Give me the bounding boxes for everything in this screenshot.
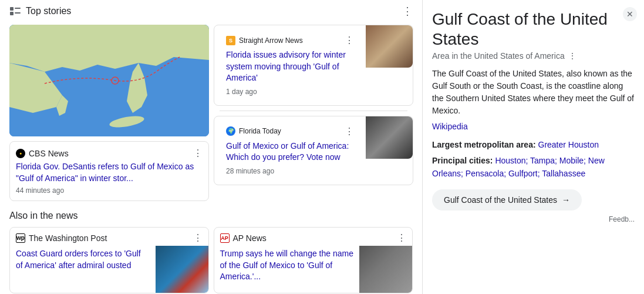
- close-button[interactable]: ✕: [623, 7, 637, 21]
- wikipedia-link[interactable]: Wikipedia: [432, 122, 635, 131]
- story-1-source-name: Straight Arrow News: [239, 36, 303, 45]
- knowledge-description: The Gulf Coast of the United States, als…: [432, 68, 635, 117]
- story-2-source-left: 🌍 Florida Today: [226, 126, 281, 136]
- knowledge-title: Gulf Coast of the United States: [432, 9, 635, 49]
- story-1-source-left: S Straight Arrow News: [226, 36, 303, 45]
- stories-grid: ● CBS News ⋮ Florida Gov. DeSantis refer…: [9, 25, 413, 201]
- principal-cities-fact: Principal cities: Houston; Tampa; Mobile…: [432, 154, 635, 181]
- svg-rect-3: [15, 12, 21, 14]
- story-card-1-text: S Straight Arrow News ⋮ Florida issues a…: [214, 25, 366, 105]
- knowledge-panel-button[interactable]: Gulf Coast of the United States →: [432, 189, 582, 211]
- story-2-time: 28 minutes ago: [220, 167, 360, 180]
- largest-metro-label: Largest metropolitan area:: [432, 140, 536, 149]
- story-card-2-text: 🌍 Florida Today ⋮ Gulf of Mexico or Gulf…: [214, 116, 366, 185]
- left-panel: Top stories ⋮: [0, 0, 423, 294]
- story-2-more-icon[interactable]: ⋮: [345, 126, 354, 137]
- section-title: Top stories: [26, 6, 71, 16]
- knowledge-type: Area in the United States of America ⋮: [432, 51, 635, 61]
- main-story-wrapper: ● CBS News ⋮ Florida Gov. DeSantis refer…: [9, 25, 209, 201]
- main-story-card: ● CBS News ⋮ Florida Gov. DeSantis refer…: [9, 141, 209, 201]
- also-card-2-image: [359, 246, 412, 293]
- also-card-1-image: [156, 246, 208, 293]
- story-card-1: S Straight Arrow News ⋮ Florida issues a…: [214, 25, 413, 106]
- florida-today-icon: 🌍: [226, 126, 235, 136]
- knowledge-type-text: Area in the United States of America: [432, 51, 565, 61]
- also-card-2-more-icon[interactable]: ⋮: [397, 232, 406, 243]
- also-card-2-top: AP AP News ⋮: [214, 228, 413, 246]
- story-1-source-info: S Straight Arrow News ⋮: [220, 30, 360, 48]
- story-2-thumb: [366, 116, 413, 159]
- also-card-2-source-name: AP News: [233, 233, 267, 243]
- feedback-text[interactable]: Feedb...: [432, 215, 635, 223]
- also-card-1-title[interactable]: Coast Guard orders forces to 'Gulf of Am…: [10, 246, 156, 293]
- section-header: Top stories ⋮: [9, 5, 413, 18]
- straight-arrow-icon: S: [226, 36, 235, 45]
- svg-rect-0: [10, 7, 14, 11]
- svg-rect-1: [10, 12, 14, 15]
- also-card-1: wp The Washington Post ⋮ Coast Guard ord…: [9, 227, 209, 293]
- knowledge-type-more[interactable]: ⋮: [568, 51, 576, 61]
- cities-label: Principal cities:: [432, 156, 493, 165]
- also-card-1-source: wp The Washington Post: [16, 233, 107, 243]
- svg-rect-2: [15, 8, 21, 9]
- story-2-source-name: Florida Today: [239, 127, 281, 135]
- also-card-2-thumb: [359, 246, 412, 293]
- story-row-1: S Straight Arrow News ⋮ Florida issues a…: [214, 25, 413, 105]
- ap-icon: AP: [220, 233, 230, 243]
- story-2-title[interactable]: Gulf of Mexico or Gulf of America: Which…: [220, 139, 360, 167]
- wp-icon: wp: [16, 233, 25, 243]
- knowledge-btn-label: Gulf Coast of the United States: [444, 195, 557, 205]
- largest-metro-fact: Largest metropolitan area: Greater Houst…: [432, 138, 635, 151]
- story-2-source-info: 🌍 Florida Today ⋮: [220, 121, 360, 139]
- cbs-icon: ●: [16, 149, 25, 158]
- story-card-2: 🌍 Florida Today ⋮ Gulf of Mexico or Gulf…: [214, 116, 413, 185]
- story-divider: [220, 111, 407, 111]
- also-header: Also in the news: [9, 211, 413, 221]
- stories-icon: [9, 6, 21, 16]
- story-1-image: [366, 25, 413, 68]
- also-grid: wp The Washington Post ⋮ Coast Guard ord…: [9, 227, 413, 293]
- also-card-1-top: wp The Washington Post ⋮: [10, 228, 208, 246]
- more-options-icon[interactable]: ⋮: [402, 5, 413, 18]
- story-1-thumb: [366, 25, 413, 68]
- main-story-time: 44 minutes ago: [16, 186, 203, 195]
- also-card-2-source: AP AP News: [220, 233, 267, 243]
- also-card-1-more-icon[interactable]: ⋮: [193, 232, 203, 243]
- right-panel: ✕ Gulf Coast of the United States Area i…: [423, 0, 644, 294]
- main-story-source-name: CBS News: [29, 149, 69, 158]
- main-story-source: ● CBS News ⋮: [16, 148, 203, 159]
- story-1-title[interactable]: Florida issues advisory for winter syste…: [220, 48, 360, 88]
- story-row-2: 🌍 Florida Today ⋮ Gulf of Mexico or Gulf…: [214, 116, 413, 185]
- also-card-1-thumb: [156, 246, 208, 293]
- also-card-2: AP AP News ⋮ Trump says he will change t…: [214, 227, 413, 293]
- also-card-2-body: Trump says he will change the name of th…: [214, 246, 413, 293]
- map-visual: [9, 25, 209, 136]
- story-1-time: 1 day ago: [220, 88, 360, 101]
- side-stories-column: S Straight Arrow News ⋮ Florida issues a…: [214, 25, 413, 201]
- main-story-more-icon[interactable]: ⋮: [193, 148, 203, 159]
- knowledge-btn-arrow: →: [562, 195, 570, 205]
- main-story-image[interactable]: [9, 25, 209, 136]
- story-2-image: [366, 116, 413, 159]
- also-card-1-body: Coast Guard orders forces to 'Gulf of Am…: [10, 246, 208, 293]
- also-card-2-title[interactable]: Trump says he will change the name of th…: [214, 246, 360, 293]
- story-1-more-icon[interactable]: ⋮: [345, 35, 354, 46]
- also-card-1-source-name: The Washington Post: [29, 233, 107, 243]
- main-story-title[interactable]: Florida Gov. DeSantis refers to Gulf of …: [16, 161, 203, 184]
- largest-metro-value[interactable]: Greater Houston: [538, 140, 599, 149]
